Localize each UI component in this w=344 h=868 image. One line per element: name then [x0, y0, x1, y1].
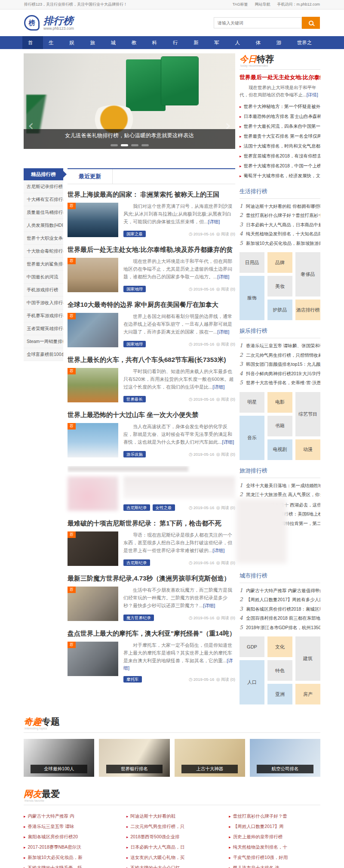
topic-card[interactable]: 全球最帅100人 [24, 739, 94, 777]
category-tile[interactable]: 音乐 [240, 416, 264, 460]
recommended-link[interactable]: 葡萄牙十大城市排名，经济发展快，文化氛围 [240, 171, 320, 181]
site-logo[interactable]: 榜 排行榜 www.phb123.com [24, 15, 74, 31]
topic-card[interactable]: 世界银行排名 [99, 739, 169, 777]
category-tile[interactable]: 书籍 [267, 416, 292, 436]
read-more-link[interactable]: [详细] [212, 548, 224, 553]
tag-chip[interactable]: 国家地理 [123, 286, 146, 292]
read-more-link[interactable]: [详细] [217, 274, 229, 279]
favorite-link[interactable]: 2017-2018赛季NBA密尔沃 [24, 842, 115, 853]
nav-item[interactable]: 生活 [43, 36, 64, 49]
ranking-item[interactable]: 4全国百强村排名2018 前三都在东部地区 [240, 614, 320, 623]
article-title[interactable]: 盘点世界上最大的摩托车，澳大利亚"摩托怪兽"（重14吨） [68, 630, 235, 638]
sidebar-item[interactable]: 中国最长的河流 [24, 271, 63, 284]
favorite-link[interactable]: 二次元帅气男生排行榜，只 [126, 822, 218, 832]
topic-card[interactable]: 上古十大神器 [175, 739, 245, 777]
favorite-link[interactable]: 阿迪达斯十大好看的鞋 [126, 811, 218, 822]
category-tile[interactable]: 综艺节目 [295, 392, 320, 436]
tag-chip[interactable]: 魔方世界纪录 [123, 615, 154, 621]
tag-chip[interactable]: 摩托车 [123, 676, 142, 683]
recommended-link[interactable]: 世界十大神秘地方：第一个怀疑是被外星人 [240, 102, 320, 111]
ranking-item[interactable]: 5世界十大吉他手排名，史蒂维·雷·沃恩拿格莱 [240, 378, 320, 388]
article-title[interactable]: 世界上最长的火车，共有八个车头682节车厢(长7353米) [68, 356, 235, 364]
category-tile[interactable]: GDP [240, 636, 264, 657]
sidebar-item[interactable]: 中国手游收入排行榜 [24, 297, 63, 309]
tag-chip[interactable]: 国家地理 [123, 341, 146, 347]
favorite-link[interactable]: 新加坡10大必买化妆品，新 [24, 853, 115, 863]
article-title[interactable]: 世界上最恐怖的十大过山车 坐一次大小便失禁 [68, 411, 235, 419]
article-title[interactable]: 世界上海拔最高的国家： 非洲莱索托 被称天上的王国 [68, 191, 235, 199]
favorite-link[interactable]: 日本必购十大人气商品，日 [126, 842, 218, 853]
sidebar-item[interactable]: 王者荣耀英雄排行榜 [24, 322, 63, 335]
sidebar-item[interactable]: 全球富豪榜前100名 [24, 348, 63, 361]
category-tile[interactable]: 品牌 [267, 252, 292, 273]
ranking-item[interactable]: 4纯天然植物染发剂排名，十大知名品牌草本染 [240, 229, 320, 239]
ranking-item[interactable]: 2二次元帅气男生排行榜，只想悄悄收藏系列 [240, 351, 320, 360]
favorite-link[interactable]: 香港乐坛三皇五帝 谭咏 [24, 822, 115, 832]
topic-card[interactable]: 航空公司排名 [250, 739, 320, 777]
sidebar-item[interactable]: 手机赛车游戏排行榜 [24, 309, 63, 322]
category-tile[interactable]: 电影 [267, 392, 292, 413]
nav-item[interactable]: 娱乐 [64, 36, 84, 49]
sidebar-item[interactable]: 十大致命毒蛇排行榜 [24, 245, 63, 258]
article-thumbnail[interactable]: 荐 [68, 423, 118, 457]
section-title[interactable]: 生活排行榜 [240, 188, 320, 199]
ranking-item[interactable]: 1阿迪达斯十大好看的鞋 你都拥有哪些呢 [240, 202, 320, 211]
article-title[interactable]: 世界最后一处无主处女地:比尔泰维勒,埃及苏丹都嫌弃的贫 [68, 246, 235, 254]
category-tile[interactable]: 特色 [267, 660, 292, 681]
recommended-link[interactable]: 世界十大最长河流，四条来自中国第一长度 [240, 121, 320, 131]
sidebar-item[interactable]: Steam一周销量排行榜 [24, 335, 63, 348]
tab-latest-updates[interactable]: 最近更新 [68, 169, 113, 184]
article-thumbnail[interactable]: 荐 [68, 531, 118, 566]
favorite-link[interactable]: 内蒙古十大特产推荐 内 [24, 811, 115, 822]
recommended-link[interactable]: 日本最恐怖的地方排名 富士山自杀森林 [240, 111, 320, 121]
topbar-link[interactable]: TAG标签 [233, 2, 248, 6]
category-tile[interactable]: 护肤品 [267, 300, 292, 320]
article-thumbnail[interactable]: 荐 [68, 203, 118, 237]
recommended-link[interactable]: 世界宜居城市排名2018，有没有你想去的 [240, 151, 320, 161]
ranking-item[interactable]: 1全球十大最美日落地：第一成结婚胜地，中国 [240, 481, 320, 491]
category-tile[interactable]: 明星 [240, 392, 264, 413]
sidebar-item[interactable]: 人类发展指数(HDI)排 [24, 219, 63, 232]
nav-item[interactable]: 旅游 [84, 36, 105, 49]
category-tile[interactable]: 服饰 [240, 276, 264, 320]
article-title[interactable] [68, 466, 235, 473]
category-tile[interactable]: 电视剧 [267, 439, 292, 460]
carousel-dot[interactable] [131, 144, 138, 146]
favorite-link[interactable]: 历史上最帅的皇帝排行榜 [229, 832, 320, 842]
read-more-link[interactable]: [详细] [212, 384, 224, 389]
nav-item[interactable]: 科技 [147, 36, 167, 49]
ranking-item[interactable]: 52018年浙江各市GDP排名，杭州13509.2亿元 [240, 623, 320, 633]
read-more-link[interactable]: [详细] [222, 439, 234, 445]
nav-item[interactable]: 首页 [22, 36, 43, 49]
section-title[interactable]: 城市排行榜 [240, 572, 320, 583]
nav-item[interactable]: 人物 [229, 36, 250, 49]
nav-item[interactable]: 世界之最 [292, 36, 322, 49]
carousel-dot[interactable] [111, 144, 118, 146]
nav-item[interactable]: 体育 [250, 36, 271, 49]
favorite-link[interactable]: 2018墨西哥500强企业排 [126, 832, 218, 842]
favorite-link[interactable]: 干皮气垫排行榜10强，好用 [229, 853, 320, 863]
favorite-link[interactable]: 襄阳各城区房价排行榜20 [24, 832, 115, 842]
featured-article-title[interactable]: 世界最后一处无主处女地:比尔泰维 [240, 74, 320, 81]
sidebar-item[interactable]: 手机游戏排行榜 [24, 284, 63, 297]
hero-carousel[interactable]: ‹ › 女儿送爸爸礼物排行榜，贴心温暖的孝意就要这样表达 [24, 53, 235, 149]
nav-item[interactable]: 教育 [126, 36, 147, 49]
category-tile[interactable]: 日用品 [240, 252, 264, 273]
search-button[interactable] [302, 17, 320, 29]
read-more-link[interactable]: [详细] [217, 329, 229, 334]
tag-chip[interactable]: 吉尼斯纪录 [123, 504, 150, 511]
article-title[interactable]: 最新三阶魔方世界纪录,4.73秒（澳洲男孩菲利克斯创造） [68, 575, 235, 583]
tag-chip[interactable]: 游乐设施 [123, 451, 146, 457]
favorite-link[interactable]: 【周姓人口数量2017】周 [229, 822, 320, 832]
ranking-item[interactable]: 3襄阳各城区房价排行榜2018：襄城区均价 [240, 605, 320, 614]
category-tile[interactable]: 奢侈品 [295, 252, 320, 297]
sidebar-item[interactable]: 世界十大职业女杀手排 [24, 232, 63, 245]
sidebar-item[interactable]: 吉尼斯记录排行榜 [24, 180, 63, 193]
search-input[interactable] [214, 17, 302, 28]
ranking-item[interactable]: 1内蒙古十大特产推荐 内蒙古最值得带的特产 [240, 586, 320, 596]
recommended-link[interactable]: 世界最贵十大宝石排名 第一名全球仅两 [240, 131, 320, 141]
read-more-link[interactable]: [详细] [208, 219, 220, 224]
tag-chip[interactable]: 女性之最 [153, 504, 175, 511]
favorite-link[interactable]: 婴儿洗衣皂十大排名 选 [229, 863, 320, 868]
sidebar-item[interactable]: 质量最佳马桶排行榜 [24, 206, 63, 219]
